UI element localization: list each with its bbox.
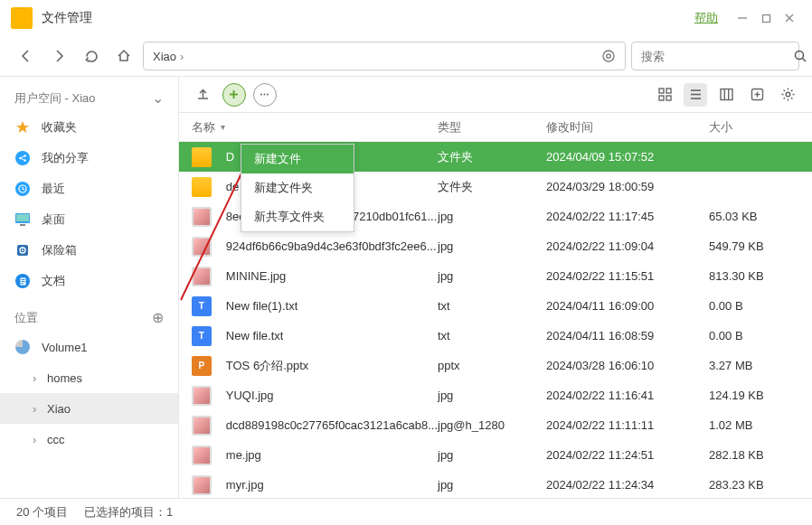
table-row[interactable]: TNew file(1).txt txt 2024/04/11 16:09:00…: [179, 291, 812, 321]
svg-rect-33: [666, 96, 671, 100]
sidebar-item[interactable]: 最近: [0, 173, 178, 204]
file-name: MININE.jpg: [226, 269, 286, 283]
sidebar-folder[interactable]: homes: [0, 362, 178, 393]
sidebar-item[interactable]: 桌面: [0, 204, 178, 235]
status-count: 20 个项目: [16, 504, 68, 520]
search-icon[interactable]: [793, 49, 807, 63]
star-icon: [14, 119, 31, 136]
sidebar-userspace-title: 用户空间 - Xiao ⌄: [0, 84, 178, 112]
settings-button[interactable]: [776, 83, 799, 107]
context-menu-item[interactable]: 新建文件夹: [241, 173, 354, 202]
file-date: 2024/02/22 11:15:51: [546, 269, 709, 283]
file-name: YUQI.jpg: [226, 389, 274, 402]
sidebar-folder[interactable]: ccc: [0, 424, 178, 455]
sidebar-item[interactable]: 我的分享: [0, 143, 178, 173]
file-type: jpg: [438, 389, 546, 402]
sidebar-item-label: 保险箱: [42, 242, 77, 258]
address-target-icon[interactable]: [601, 49, 616, 63]
file-type: jpg@h_1280: [438, 418, 546, 432]
svg-rect-32: [659, 96, 664, 100]
sidebar-item-label: ccc: [47, 433, 65, 446]
new-panel-button[interactable]: [745, 83, 769, 107]
view-grid-button[interactable]: [653, 83, 676, 107]
sidebar-item-label: homes: [47, 371, 82, 385]
window-title: 文件管理: [42, 10, 92, 26]
file-size: 1.02 MB: [709, 418, 799, 432]
file-icon: [192, 267, 212, 286]
sidebar-folder[interactable]: Xiao: [0, 393, 178, 424]
col-header-date[interactable]: 修改时间: [546, 119, 709, 136]
col-header-size[interactable]: 大小: [709, 119, 799, 136]
svg-rect-31: [666, 89, 671, 93]
upload-button[interactable]: [192, 83, 215, 107]
file-type: jpg: [438, 448, 546, 462]
file-toolbar: [179, 77, 812, 113]
table-row[interactable]: myr.jpg jpg 2024/02/22 11:24:34 283.23 K…: [179, 470, 812, 498]
file-size: 813.30 KB: [709, 269, 799, 283]
file-date: 2024/03/28 16:06:10: [546, 359, 709, 372]
address-bar[interactable]: Xiao›: [143, 42, 626, 70]
table-row[interactable]: MININE.jpg jpg 2024/02/22 11:15:51 813.3…: [179, 261, 812, 291]
table-row[interactable]: YUQI.jpg jpg 2024/02/22 11:16:41 124.19 …: [179, 380, 812, 410]
table-row[interactable]: TNew file.txt txt 2024/04/11 16:08:59 0.…: [179, 321, 812, 351]
context-menu-item[interactable]: 新共享文件夹: [241, 202, 354, 231]
search-box[interactable]: [631, 42, 799, 70]
file-size: 283.23 KB: [709, 478, 799, 492]
help-link[interactable]: 帮助: [694, 10, 718, 26]
file-icon: [192, 177, 212, 197]
file-name: dcd889198c0c27765f0cac3121a6cab8...: [226, 418, 438, 432]
more-button[interactable]: [253, 83, 277, 107]
file-name: New file.txt: [226, 329, 284, 342]
table-row[interactable]: 924df6b66c9ba9d4c3e63f0bdf3fc2ee6... jpg…: [179, 231, 812, 261]
table-row[interactable]: PTOS 6介绍.pptx pptx 2024/03/28 16:06:10 3…: [179, 351, 812, 380]
chevron-down-icon[interactable]: ⌄: [152, 89, 164, 107]
file-date: 2024/02/22 11:16:41: [546, 389, 709, 402]
svg-rect-17: [20, 224, 25, 226]
context-menu-item[interactable]: 新建文件: [241, 145, 354, 173]
table-row[interactable]: me.jpg jpg 2024/02/22 11:24:51 282.18 KB: [179, 440, 812, 470]
refresh-button[interactable]: [78, 42, 105, 70]
file-size: 549.79 KB: [709, 239, 799, 253]
disk-icon: [14, 339, 31, 355]
table-row[interactable]: dcd889198c0c27765f0cac3121a6cab8... jpg@…: [179, 410, 812, 440]
file-type: txt: [438, 329, 546, 342]
minimize-button[interactable]: [731, 6, 754, 30]
search-input[interactable]: [641, 50, 793, 63]
file-icon: [192, 475, 212, 495]
sidebar-item[interactable]: 保险箱: [0, 235, 178, 266]
file-name: me.jpg: [226, 448, 261, 462]
add-location-icon[interactable]: ⊕: [152, 309, 164, 326]
sidebar-volume[interactable]: Volume1: [0, 332, 178, 362]
svg-rect-16: [16, 214, 29, 221]
file-date: 2024/04/11 16:09:00: [546, 299, 709, 313]
sidebar-item[interactable]: 文档: [0, 266, 178, 296]
forward-button[interactable]: [45, 42, 72, 70]
maximize-button[interactable]: [754, 6, 778, 30]
new-button[interactable]: [222, 83, 246, 107]
file-date: 2024/02/22 11:24:51: [546, 448, 709, 462]
status-bar: 20 个项目 已选择的项目：1: [0, 498, 812, 525]
view-columns-button[interactable]: [714, 83, 738, 107]
view-list-button[interactable]: [684, 83, 707, 107]
file-size: 124.19 KB: [709, 389, 799, 402]
back-button[interactable]: [13, 42, 40, 70]
sidebar-item-label: 文档: [42, 273, 65, 289]
col-header-type[interactable]: 类型: [438, 119, 546, 136]
sidebar: 用户空间 - Xiao ⌄ 收藏夹我的分享最近桌面保险箱文档 位置 ⊕ Volu…: [0, 77, 179, 498]
svg-point-6: [796, 52, 804, 60]
svg-rect-37: [721, 89, 732, 100]
svg-point-4: [603, 51, 614, 61]
table-header: 名称 ▾ 类型 修改时间 大小: [179, 113, 812, 142]
sidebar-item[interactable]: 收藏夹: [0, 112, 178, 143]
file-size: 0.00 B: [709, 329, 799, 342]
doc-icon: [14, 273, 31, 289]
file-type: pptx: [438, 359, 546, 372]
svg-point-5: [607, 54, 610, 58]
col-header-name[interactable]: 名称 ▾: [192, 119, 438, 136]
home-button[interactable]: [110, 42, 137, 70]
share-icon: [14, 150, 31, 166]
close-button[interactable]: [778, 6, 801, 30]
titlebar: 文件管理 帮助: [0, 0, 812, 36]
file-name: New file(1).txt: [226, 299, 297, 313]
file-list[interactable]: D 文件夹 2024/04/09 15:07:52 de 文件夹 2024/03…: [179, 142, 812, 498]
